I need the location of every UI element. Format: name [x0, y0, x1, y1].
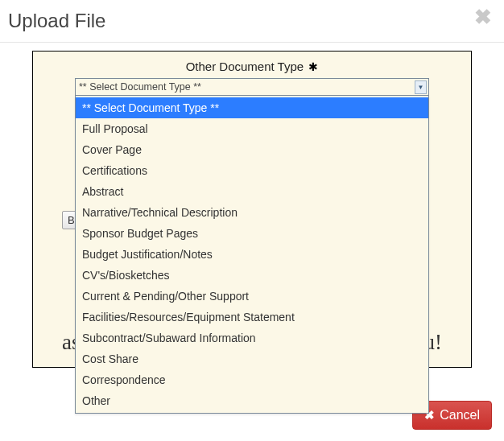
doc-type-label-text: Other Document Type [186, 60, 304, 73]
doc-type-option[interactable]: ** Select Document Type ** [76, 97, 428, 118]
doc-type-option[interactable]: Subcontract/Subaward Information [76, 328, 428, 348]
doc-type-label: Other Document Type ✱ [33, 60, 471, 73]
doc-type-option[interactable]: Sponsor Budget Pages [76, 223, 428, 244]
cancel-button-label: Cancel [440, 408, 480, 422]
required-icon: ✱ [308, 60, 318, 73]
close-icon[interactable]: ✖ [474, 6, 492, 27]
modal-title: Upload File [8, 10, 105, 32]
doc-type-option[interactable]: Cost Share [76, 348, 428, 369]
doc-type-option[interactable]: Facilities/Resources/Equipment Statement [76, 307, 428, 328]
doc-type-option[interactable]: Abstract [76, 181, 428, 202]
upload-panel: Other Document Type ✱ ** Select Document… [32, 51, 472, 368]
doc-type-select-wrap: ** Select Document Type ** ▼ ** Select D… [75, 78, 429, 96]
doc-type-option[interactable]: CV's/Biosketches [76, 265, 428, 286]
doc-type-select-value: ** Select Document Type ** [79, 81, 201, 93]
chevron-down-icon: ▼ [415, 80, 427, 94]
modal-header: Upload File ✖ [0, 0, 504, 43]
doc-type-option[interactable]: Certifications [76, 160, 428, 181]
doc-type-options[interactable]: ** Select Document Type **Full ProposalC… [75, 96, 429, 414]
doc-type-option[interactable]: Budget Justification/Notes [76, 244, 428, 265]
doc-type-select[interactable]: ** Select Document Type ** ▼ [75, 78, 429, 96]
doc-type-option[interactable]: Narrative/Technical Description [76, 202, 428, 223]
doc-type-option[interactable]: Cover Page [76, 139, 428, 160]
doc-type-option[interactable]: Full Proposal [76, 118, 428, 139]
doc-type-option[interactable]: Current & Pending/Other Support [76, 286, 428, 307]
doc-type-option[interactable]: Other [76, 390, 428, 411]
doc-type-option[interactable]: Correspondence [76, 369, 428, 390]
modal-body: Other Document Type ✱ ** Select Document… [0, 43, 504, 390]
